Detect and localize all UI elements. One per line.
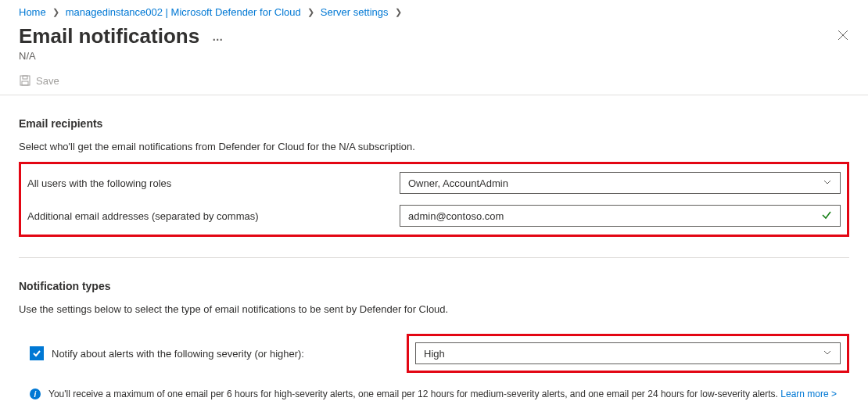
label-emails: Additional email addresses (separated by…	[27, 210, 387, 222]
row-emails: Additional email addresses (separated by…	[27, 205, 841, 227]
info-icon: i	[30, 389, 41, 399]
select-roles-value: Owner, AccountAdmin	[408, 177, 508, 189]
divider	[19, 257, 849, 258]
svg-rect-3	[23, 76, 27, 79]
page-header: Email notifications …	[0, 21, 868, 48]
section-desc-recipients: Select who'll get the email notification…	[19, 141, 849, 152]
select-severity[interactable]: High	[415, 342, 841, 364]
learn-more-link[interactable]: Learn more >	[780, 389, 837, 399]
label-roles: All users with the following roles	[27, 177, 387, 189]
chevron-right-icon: ❯	[52, 7, 59, 17]
page-title: Email notifications	[19, 24, 199, 48]
section-title-recipients: Email recipients	[19, 117, 849, 130]
breadcrumb-server-settings[interactable]: Server settings	[321, 6, 389, 18]
toolbar: Save	[0, 62, 868, 95]
info-row: i You'll receive a maximum of one email …	[19, 389, 849, 399]
more-actions-icon[interactable]: …	[212, 30, 224, 43]
checkbox-severity[interactable]	[30, 346, 44, 360]
input-emails-value: admin@contoso.com	[408, 210, 504, 222]
info-text: You'll receive a maximum of one email pe…	[48, 389, 778, 399]
save-button[interactable]: Save	[19, 74, 59, 87]
row-severity: Notify about alerts with the following s…	[19, 334, 849, 373]
svg-rect-4	[22, 81, 28, 85]
chevron-right-icon: ❯	[307, 7, 314, 17]
page-subtitle: N/A	[0, 48, 868, 62]
label-severity: Notify about alerts with the following s…	[52, 348, 304, 360]
chevron-down-icon	[823, 348, 832, 360]
input-emails[interactable]: admin@contoso.com	[400, 205, 841, 227]
highlight-severity: High	[407, 334, 849, 373]
save-label: Save	[36, 75, 59, 87]
select-severity-value: High	[424, 348, 445, 360]
breadcrumb-home[interactable]: Home	[19, 6, 46, 18]
chevron-right-icon: ❯	[395, 7, 402, 17]
checkmark-icon	[821, 210, 832, 223]
section-title-notifications: Notification types	[19, 280, 849, 292]
select-roles[interactable]: Owner, AccountAdmin	[400, 172, 841, 194]
save-icon	[19, 74, 31, 87]
highlight-recipients: All users with the following roles Owner…	[19, 162, 849, 237]
section-desc-notifications: Use the settings below to select the typ…	[19, 303, 849, 315]
close-icon[interactable]	[837, 29, 849, 44]
row-roles: All users with the following roles Owner…	[27, 172, 841, 194]
chevron-down-icon	[823, 177, 832, 189]
breadcrumb: Home ❯ managedinstance002 | Microsoft De…	[0, 0, 868, 21]
breadcrumb-instance[interactable]: managedinstance002 | Microsoft Defender …	[66, 6, 301, 18]
